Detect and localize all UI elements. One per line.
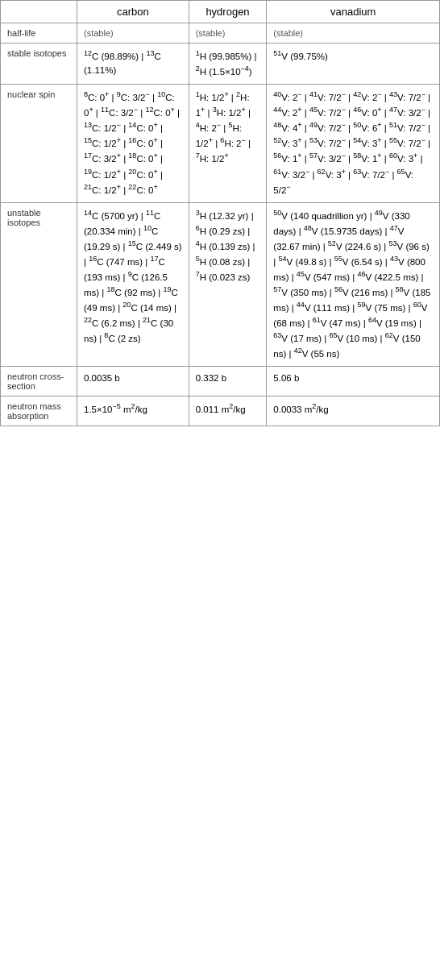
hydrogen-half-life: (stable) <box>189 23 267 44</box>
half-life-row: half-life (stable) (stable) (stable) <box>1 23 440 44</box>
vanadium-unstable-isotopes: 50V (140 quadrillion yr) | 49V (330 days… <box>267 202 440 367</box>
carbon-half-life: (stable) <box>77 23 189 44</box>
vanadium-column-header: vanadium <box>267 1 440 23</box>
hydrogen-neutron-mass-absorption: 0.011 m2/kg <box>189 397 267 426</box>
neutron-mass-absorption-header: neutron mass absorption <box>1 397 77 426</box>
hydrogen-nuclear-spin: 1H: 1/2+ | 2H: 1+ | 3H: 1/2+ | 4H: 2− | … <box>189 85 267 203</box>
unstable-isotopes-row: unstable isotopes 14C (5700 yr) | 11C (2… <box>1 202 440 367</box>
neutron-cross-section-header: neutron cross-section <box>1 367 77 397</box>
carbon-neutron-mass-absorption: 1.5×10−5 m2/kg <box>77 397 189 426</box>
vanadium-stable-isotopes: 51V (99.75%) <box>267 44 440 85</box>
vanadium-half-life: (stable) <box>267 23 440 44</box>
hydrogen-neutron-cross-section: 0.332 b <box>189 367 267 397</box>
carbon-nuclear-spin: 8C: 0+ | 9C: 3/2− | 10C: 0+ | 11C: 3/2− … <box>77 85 189 203</box>
hydrogen-column-header: hydrogen <box>189 1 267 23</box>
vanadium-nuclear-spin: 40V: 2− | 41V: 7/2− | 42V: 2− | 43V: 7/2… <box>267 85 440 203</box>
hydrogen-stable-isotopes: 1H (99.985%) | 2H (1.5×10−4) <box>189 44 267 85</box>
hydrogen-unstable-isotopes: 3H (12.32 yr) | 6H (0.29 zs) | 4H (0.139… <box>189 202 267 367</box>
half-life-header: half-life <box>1 23 77 44</box>
unstable-isotopes-header: unstable isotopes <box>1 202 77 367</box>
stable-isotopes-row: stable isotopes 12C (98.89%) | 13C (1.11… <box>1 44 440 85</box>
empty-header-cell <box>1 1 77 23</box>
carbon-neutron-cross-section: 0.0035 b <box>77 367 189 397</box>
neutron-cross-section-row: neutron cross-section 0.0035 b 0.332 b 5… <box>1 367 440 397</box>
nuclear-spin-header: nuclear spin <box>1 85 77 203</box>
carbon-stable-isotopes: 12C (98.89%) | 13C (1.11%) <box>77 44 189 85</box>
nuclear-spin-row: nuclear spin 8C: 0+ | 9C: 3/2− | 10C: 0+… <box>1 85 440 203</box>
stable-isotopes-header: stable isotopes <box>1 44 77 85</box>
carbon-column-header: carbon <box>77 1 189 23</box>
vanadium-neutron-mass-absorption: 0.0033 m2/kg <box>267 397 440 426</box>
neutron-mass-absorption-row: neutron mass absorption 1.5×10−5 m2/kg 0… <box>1 397 440 426</box>
vanadium-neutron-cross-section: 5.06 b <box>267 367 440 397</box>
carbon-unstable-isotopes: 14C (5700 yr) | 11C (20.334 min) | 10C (… <box>77 202 189 367</box>
